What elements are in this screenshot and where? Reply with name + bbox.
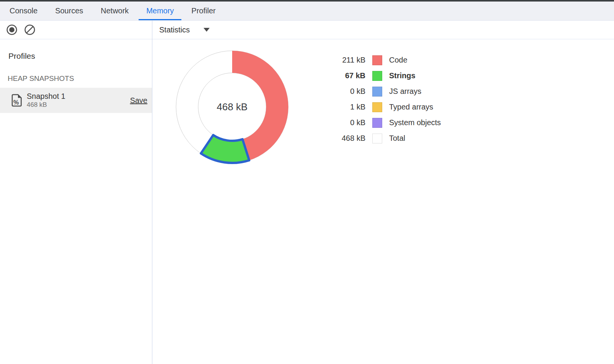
- legend-swatch-icon: [372, 71, 382, 81]
- statistics-view: Statistics 468 kB 211 kBCode67 kBStrings…: [152, 21, 614, 364]
- legend-value: 0 kB: [328, 118, 365, 127]
- legend-label: Typed arrays: [389, 103, 433, 111]
- legend-label: JS arrays: [389, 87, 421, 96]
- legend-label: System objects: [389, 118, 441, 127]
- legend-value: 0 kB: [328, 87, 365, 96]
- profiles-list: Profiles HEAP SNAPSHOTS % Snapshot 1 468…: [0, 39, 152, 113]
- legend-label: Code: [389, 56, 407, 64]
- chart-legend: 211 kBCode67 kBStrings0 kBJS arrays1 kBT…: [328, 52, 441, 146]
- snapshot-list-item[interactable]: % Snapshot 1 468 kB Save: [0, 88, 152, 113]
- tab-memory[interactable]: Memory: [137, 2, 183, 20]
- legend-row-strings[interactable]: 67 kBStrings: [328, 68, 441, 84]
- legend-value: 1 kB: [328, 103, 365, 111]
- devtools-window: ConsoleSourcesNetworkMemoryProfiler: [0, 0, 614, 364]
- heap-snapshots-section-heading: HEAP SNAPSHOTS: [8, 74, 152, 83]
- legend-swatch-icon: [372, 102, 382, 112]
- legend-swatch-icon: [372, 134, 382, 143]
- profiles-heading: Profiles: [8, 52, 152, 61]
- view-selector-value[interactable]: Statistics: [159, 26, 190, 34]
- tab-sources[interactable]: Sources: [46, 2, 92, 20]
- legend-row-typed-arrays[interactable]: 1 kBTyped arrays: [328, 99, 441, 115]
- clear-icon: [24, 24, 36, 35]
- profiles-toolbar: [0, 21, 152, 39]
- legend-value: 67 kB: [328, 71, 365, 80]
- legend-swatch-icon: [372, 118, 382, 128]
- legend-row-total[interactable]: 468 kBTotal: [328, 130, 441, 146]
- legend-swatch-icon: [372, 87, 382, 97]
- statistics-chart-area: 468 kB 211 kBCode67 kBStrings0 kBJS arra…: [152, 39, 614, 364]
- snapshot-size: 468 kB: [27, 101, 130, 109]
- donut-slice-strings-selected[interactable]: [201, 135, 249, 163]
- tab-bar: ConsoleSourcesNetworkMemoryProfiler: [0, 2, 614, 21]
- record-heap-snapshot-button[interactable]: [6, 24, 18, 35]
- snapshot-save-link[interactable]: Save: [130, 96, 147, 105]
- legend-swatch-icon: [372, 55, 382, 65]
- tab-console[interactable]: Console: [1, 2, 46, 20]
- clear-profiles-button[interactable]: [24, 24, 36, 35]
- svg-text:%: %: [13, 99, 19, 106]
- legend-value: 468 kB: [328, 134, 365, 143]
- record-icon: [6, 24, 18, 35]
- legend-label: Strings: [389, 71, 415, 80]
- memory-panel: Profiles HEAP SNAPSHOTS % Snapshot 1 468…: [0, 21, 614, 364]
- legend-row-system-objects[interactable]: 0 kBSystem objects: [328, 115, 441, 130]
- heap-snapshot-file-icon: %: [11, 94, 22, 107]
- heap-statistics-donut-chart[interactable]: [171, 46, 293, 168]
- legend-row-js-arrays[interactable]: 0 kBJS arrays: [328, 84, 441, 99]
- tab-network[interactable]: Network: [92, 2, 137, 20]
- snapshot-info: Snapshot 1 468 kB: [27, 92, 130, 109]
- chevron-down-icon[interactable]: [204, 28, 210, 32]
- legend-row-code[interactable]: 211 kBCode: [328, 52, 441, 68]
- tab-profiler[interactable]: Profiler: [183, 2, 224, 20]
- legend-label: Total: [389, 134, 405, 143]
- profiles-sidebar: Profiles HEAP SNAPSHOTS % Snapshot 1 468…: [0, 21, 152, 364]
- view-selector-toolbar: Statistics: [152, 21, 614, 39]
- legend-value: 211 kB: [328, 56, 365, 64]
- snapshot-title: Snapshot 1: [27, 92, 130, 101]
